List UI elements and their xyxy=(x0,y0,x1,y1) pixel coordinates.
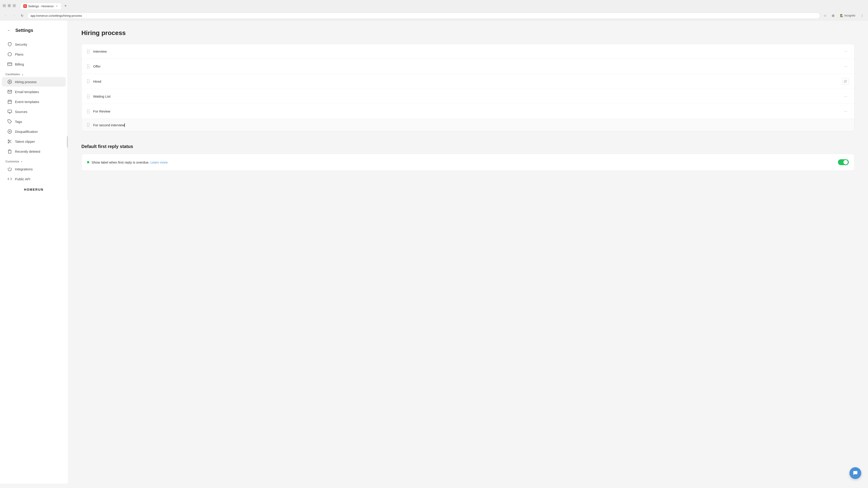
stage-item-offer: Offer ··· xyxy=(82,59,854,74)
back-button[interactable]: ← xyxy=(3,12,9,19)
sidebar-item-security-label: Security xyxy=(15,42,27,46)
sidebar-item-event-templates[interactable]: Event templates xyxy=(2,97,66,106)
titlebar: — ⊡ × H Settings - Homerun × + xyxy=(0,0,868,11)
browser-menu-button[interactable]: ⋮ xyxy=(859,12,865,19)
stage-name-hired: Hired xyxy=(93,79,838,84)
stage-actions-waiting-list: ··· xyxy=(843,93,849,100)
window-controls: — ⊡ × xyxy=(3,4,16,7)
sidebar-item-tags-label: Tags xyxy=(15,120,22,124)
drag-handle-waiting-list[interactable] xyxy=(87,94,90,98)
candidates-section-label: Candidates xyxy=(5,73,20,76)
drag-handle-for-review[interactable] xyxy=(87,109,90,113)
url-bar[interactable]: app.homerun.co/settings/hiring-process xyxy=(27,13,820,19)
drag-handle-hired[interactable] xyxy=(87,79,90,84)
stage-menu-button-offer[interactable]: ··· xyxy=(843,63,849,70)
default-reply-section-title: Default first reply status xyxy=(81,138,855,154)
stage-menu-button-interview[interactable]: ··· xyxy=(843,48,849,55)
tab-close-button[interactable]: × xyxy=(55,4,59,8)
sidebar-item-integrations[interactable]: Integrations xyxy=(2,164,66,174)
reply-status-content: Show label when first reply is overdue. … xyxy=(87,160,168,164)
status-dot xyxy=(87,161,89,163)
sidebar-item-billing-label: Billing xyxy=(15,62,24,66)
sidebar-item-email-templates-label: Email templates xyxy=(15,90,39,94)
active-tab[interactable]: H Settings - Homerun × xyxy=(20,3,61,9)
reply-status-toggle[interactable] xyxy=(838,159,849,165)
svg-rect-0 xyxy=(8,63,12,66)
sidebar-item-sources-label: Sources xyxy=(15,110,27,113)
sidebar-scrollbar[interactable] xyxy=(67,20,68,484)
sidebar-item-hiring-process-label: Hiring process xyxy=(15,80,37,84)
hiring-process-icon xyxy=(7,79,12,84)
minimize-button[interactable]: — xyxy=(3,4,6,7)
svg-point-2 xyxy=(8,80,12,84)
forward-button[interactable]: → xyxy=(11,12,17,19)
incognito-text: Incognito xyxy=(844,14,855,17)
stage-menu-button-waiting-list[interactable]: ··· xyxy=(843,93,849,100)
svg-point-16 xyxy=(8,142,9,143)
customize-section-label: Customize xyxy=(5,160,19,163)
stage-name-waiting-list: Waiting List xyxy=(93,94,839,98)
sidebar-header: ← Settings xyxy=(0,25,68,39)
main-content: Hiring process Interview ··· xyxy=(68,20,868,484)
sidebar-item-sources[interactable]: Sources xyxy=(2,107,66,116)
sidebar-item-talent-clipper[interactable]: Talent clipper xyxy=(2,137,66,146)
stage-name-for-second-interview[interactable]: For second interview xyxy=(93,123,849,127)
incognito-icon: 🕵 xyxy=(840,14,843,17)
stages-card: Interview ··· Offer ··· xyxy=(81,44,855,131)
box-icon xyxy=(7,52,12,57)
sidebar-item-security[interactable]: Security xyxy=(2,39,66,49)
sidebar-item-hiring-process[interactable]: Hiring process xyxy=(2,77,66,87)
sidebar-item-talent-clipper-label: Talent clipper xyxy=(15,140,35,143)
drag-handle-for-second-interview[interactable] xyxy=(87,123,90,127)
text-cursor xyxy=(124,123,125,127)
candidates-section-header[interactable]: Candidates ▲ xyxy=(0,72,68,77)
tag-icon xyxy=(7,119,12,124)
sidebar-item-email-templates[interactable]: Email templates xyxy=(2,87,66,96)
sidebar-item-billing[interactable]: Billing xyxy=(2,59,66,69)
close-button[interactable]: × xyxy=(13,4,16,7)
stage-menu-button-for-review[interactable]: ··· xyxy=(843,108,849,115)
sidebar-divider-1 xyxy=(0,69,68,72)
stage-name-offer: Offer xyxy=(93,64,839,68)
sources-icon xyxy=(7,109,12,114)
stage-actions-hired xyxy=(842,78,849,85)
customize-section-header[interactable]: Customize ▼ xyxy=(0,159,68,164)
svg-point-15 xyxy=(8,140,9,141)
drag-handle-offer[interactable] xyxy=(87,64,90,68)
homerun-logo: HOMERUN xyxy=(0,184,68,195)
sidebar-item-plans[interactable]: Plans xyxy=(2,50,66,59)
sidebar-item-public-api[interactable]: Public API xyxy=(2,174,66,184)
svg-line-18 xyxy=(10,142,11,143)
bookmark-button[interactable]: ☆ xyxy=(822,12,828,19)
sidebar-item-public-api-label: Public API xyxy=(15,177,30,181)
shield-icon xyxy=(7,42,12,47)
browser-chrome: — ⊡ × H Settings - Homerun × + ← → ↻ app… xyxy=(0,0,868,20)
drag-handle-interview[interactable] xyxy=(87,50,90,54)
address-bar: ← → ↻ app.homerun.co/settings/hiring-pro… xyxy=(0,11,868,20)
stage-item-for-second-interview: For second interview xyxy=(82,119,854,131)
tab-bar: H Settings - Homerun × + xyxy=(18,2,71,9)
svg-line-19 xyxy=(9,141,10,141)
stage-name-for-review: For Review xyxy=(93,109,839,113)
sidebar-item-recently-deleted[interactable]: Recently deleted xyxy=(2,147,66,156)
stage-name-interview: Interview xyxy=(93,50,839,53)
back-to-app-button[interactable]: ← xyxy=(5,27,13,34)
split-view-button[interactable]: ⊞ xyxy=(830,12,836,19)
svg-rect-4 xyxy=(8,100,11,103)
sidebar-item-tags[interactable]: Tags xyxy=(2,117,66,126)
sidebar-item-disqualification[interactable]: Disqualification xyxy=(2,127,66,136)
reload-button[interactable]: ↻ xyxy=(19,12,25,19)
incognito-indicator: 🕵 Incognito xyxy=(838,13,857,18)
url-text: app.homerun.co/settings/hiring-process xyxy=(31,14,82,18)
stage-actions-offer: ··· xyxy=(843,63,849,70)
chat-bubble-button[interactable] xyxy=(849,467,861,479)
learn-more-link[interactable]: Learn more xyxy=(150,160,168,164)
stage-actions-for-review: ··· xyxy=(843,108,849,115)
new-tab-button[interactable]: + xyxy=(62,3,69,9)
tab-title: Settings - Homerun xyxy=(28,4,54,8)
sidebar-divider-2 xyxy=(0,156,68,159)
stage-edit-button-hired[interactable] xyxy=(842,78,849,85)
scissors-icon xyxy=(7,139,12,144)
sidebar-item-integrations-label: Integrations xyxy=(15,167,33,171)
maximize-button[interactable]: ⊡ xyxy=(8,4,11,7)
